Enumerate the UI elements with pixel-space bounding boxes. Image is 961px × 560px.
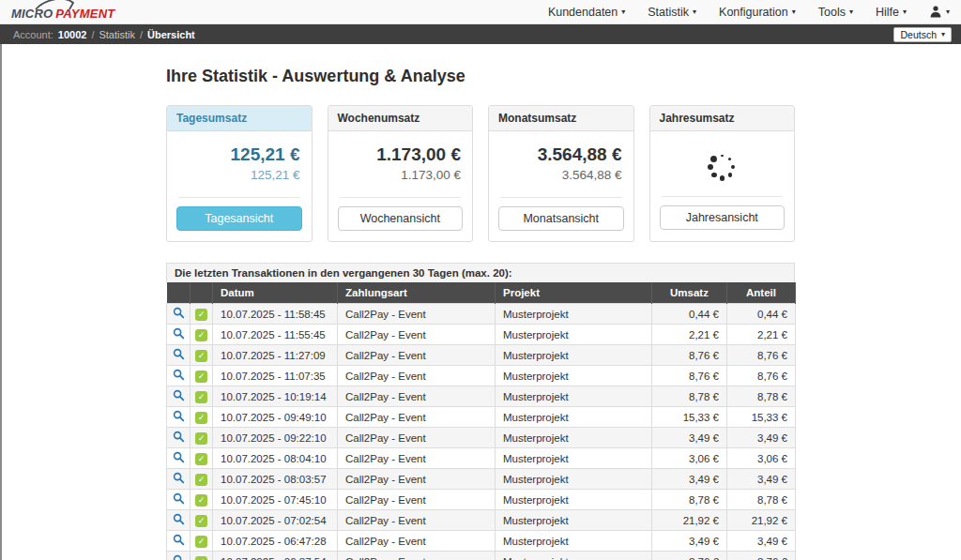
search-icon[interactable] — [173, 472, 185, 484]
top-navbar: MICRO PAYMENT Kundendaten▾ Statistik▾ Ko… — [0, 0, 961, 24]
txn-date: 10.07.2025 - 11:27:09 — [213, 345, 338, 366]
txn-date: 10.07.2025 - 09:49:10 — [213, 407, 338, 428]
account-id: 10002 — [58, 29, 87, 40]
search-icon[interactable] — [173, 492, 185, 505]
txn-anteil: 2,21 € — [727, 325, 796, 345]
txn-umsatz: 8,76 € — [652, 366, 727, 386]
txn-umsatz: 15,33 € — [652, 407, 727, 428]
txn-umsatz: 0,44 € — [652, 304, 727, 325]
success-check-icon[interactable]: ✓ — [195, 536, 207, 548]
breadcrumb-separator: / — [140, 29, 143, 40]
logo-swoosh-icon — [34, 0, 77, 10]
nav-item-tools[interactable]: Tools▾ — [818, 6, 853, 19]
txn-project: Musterprojekt — [496, 386, 652, 407]
success-check-icon[interactable]: ✓ — [195, 391, 207, 403]
txn-date: 10.07.2025 - 09:22:10 — [213, 428, 338, 448]
language-selector[interactable]: Deutsch▾ — [893, 27, 952, 42]
search-icon[interactable] — [173, 513, 185, 525]
chevron-down-icon: ▾ — [849, 8, 853, 16]
user-account-menu[interactable]: ▾ — [929, 6, 950, 18]
txn-anteil: 0,44 € — [727, 304, 796, 325]
txn-date: 10.07.2025 - 07:45:10 — [213, 490, 338, 510]
card-tagesumsatz: Tagesumsatz 125,21 € 125,21 € Tagesansic… — [166, 105, 313, 242]
card-title: Jahresumsatz — [650, 106, 795, 131]
success-check-icon[interactable]: ✓ — [195, 453, 207, 465]
txn-project: Musterprojekt — [496, 304, 652, 325]
txn-method: Call2Pay - Event — [338, 469, 496, 490]
search-icon[interactable] — [173, 327, 185, 340]
txn-date: 10.07.2025 - 06:47:28 — [213, 531, 338, 552]
txn-umsatz: 2,21 € — [652, 325, 727, 345]
txn-umsatz: 8,78 € — [652, 386, 727, 407]
jahresansicht-button[interactable]: Jahresansicht — [660, 205, 786, 230]
spinner-dot — [710, 156, 717, 162]
breadcrumb-page: Übersicht — [147, 29, 195, 40]
txn-method: Call2Pay - Event — [338, 448, 496, 469]
table-row: ✓10.07.2025 - 11:27:09Call2Pay - EventMu… — [167, 345, 796, 366]
chevron-down-icon: ▾ — [693, 8, 696, 16]
card-value: 1.173,00 € — [340, 144, 462, 165]
nav-item-hilfe[interactable]: Hilfe▾ — [876, 6, 907, 19]
table-row: ✓10.07.2025 - 07:45:10Call2Pay - EventMu… — [167, 490, 796, 510]
txn-project: Musterprojekt — [496, 448, 652, 469]
col-umsatz: Umsatz — [652, 282, 727, 304]
chevron-down-icon: ▾ — [903, 8, 907, 16]
spinner-dot — [708, 164, 713, 170]
chevron-down-icon: ▾ — [792, 8, 796, 16]
search-icon[interactable] — [173, 307, 185, 319]
txn-project: Musterprojekt — [496, 345, 652, 366]
card-title: Tagesumsatz — [167, 106, 312, 131]
spinner-dot — [731, 165, 735, 169]
txn-date: 10.07.2025 - 11:07:35 — [213, 366, 338, 386]
txn-umsatz: 3,49 € — [652, 428, 727, 448]
success-check-icon[interactable]: ✓ — [195, 412, 207, 424]
wochenansicht-button[interactable]: Wochenansicht — [338, 206, 464, 231]
success-check-icon[interactable]: ✓ — [195, 350, 207, 362]
account-label: Account: — [13, 29, 53, 40]
search-icon[interactable] — [173, 348, 185, 360]
nav-item-statistik[interactable]: Statistik▾ — [648, 6, 696, 19]
txn-umsatz: 21,92 € — [652, 510, 727, 531]
success-check-icon[interactable]: ✓ — [195, 329, 207, 341]
search-icon[interactable] — [173, 431, 185, 443]
spinner-dot — [711, 173, 717, 178]
table-row: ✓10.07.2025 - 08:04:10Call2Pay - EventMu… — [167, 448, 796, 469]
page-title: Ihre Statistik - Auswertung & Analyse — [166, 67, 795, 86]
txn-anteil: 15,33 € — [727, 407, 796, 428]
col-datum: Datum — [213, 282, 338, 304]
success-check-icon[interactable]: ✓ — [195, 494, 207, 507]
success-check-icon[interactable]: ✓ — [195, 515, 207, 527]
user-icon — [929, 6, 942, 18]
micropayment-logo[interactable]: MICRO PAYMENT — [11, 4, 114, 21]
search-icon[interactable] — [173, 369, 185, 381]
search-icon[interactable] — [173, 410, 185, 422]
txn-method: Call2Pay - Event — [338, 531, 496, 552]
txn-anteil: 3,49 € — [727, 428, 796, 448]
search-icon[interactable] — [173, 451, 185, 463]
success-check-icon[interactable]: ✓ — [195, 371, 207, 383]
search-icon[interactable] — [173, 534, 185, 546]
txn-anteil: 8,76 € — [727, 366, 796, 386]
success-check-icon[interactable]: ✓ — [195, 556, 207, 560]
txn-date: 10.07.2025 - 07:02:54 — [213, 510, 338, 531]
table-header-row: Datum Zahlungsart Projekt Umsatz Anteil — [167, 282, 796, 304]
transactions-table: Datum Zahlungsart Projekt Umsatz Anteil … — [166, 282, 796, 560]
spinner-dot — [728, 158, 731, 160]
breadcrumb-separator: / — [91, 29, 94, 40]
success-check-icon[interactable]: ✓ — [195, 432, 207, 445]
search-icon[interactable] — [173, 554, 185, 560]
txn-project: Musterprojekt — [496, 428, 652, 448]
success-check-icon[interactable]: ✓ — [195, 309, 207, 321]
monatsansicht-button[interactable]: Monatsansicht — [498, 206, 624, 231]
breadcrumb-section[interactable]: Statistik — [99, 29, 135, 40]
txn-method: Call2Pay - Event — [338, 490, 496, 510]
search-icon[interactable] — [173, 389, 185, 401]
txn-method: Call2Pay - Event — [338, 552, 496, 560]
nav-item-kundendaten[interactable]: Kundendaten▾ — [548, 6, 625, 19]
breadcrumb-bar: Account: 10002 / Statistik / Übersicht D… — [0, 24, 961, 44]
success-check-icon[interactable]: ✓ — [195, 474, 207, 486]
tagesansicht-button[interactable]: Tagesansicht — [176, 206, 302, 231]
txn-project: Musterprojekt — [496, 325, 652, 345]
table-row: ✓10.07.2025 - 09:22:10Call2Pay - EventMu… — [167, 428, 796, 448]
nav-item-konfiguration[interactable]: Konfiguration▾ — [719, 6, 796, 19]
